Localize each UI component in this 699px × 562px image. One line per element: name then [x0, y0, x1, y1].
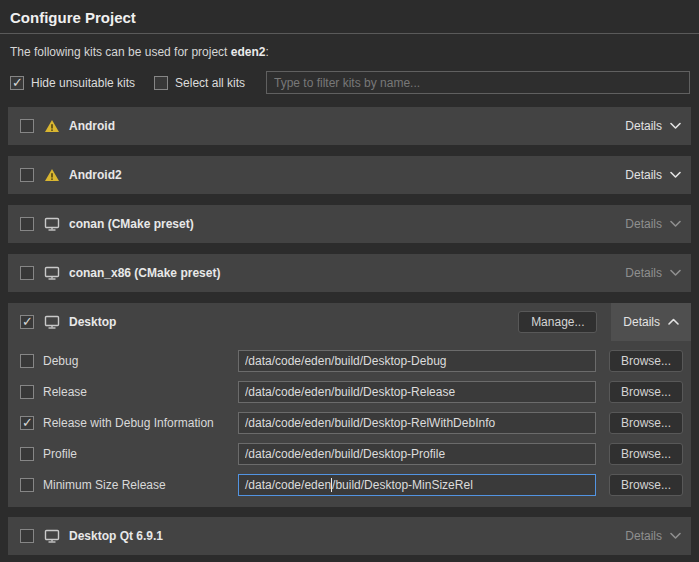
kit-name: Desktop — [69, 315, 116, 329]
build-dir-input-focused[interactable]: /data/code/eden/build/Desktop-MinSizeRel — [238, 474, 596, 496]
intro-suffix: : — [265, 45, 268, 59]
kit-toolbar: Hide unsuitable kits Select all kits — [10, 71, 690, 94]
config-label: Debug — [43, 354, 238, 368]
details-button[interactable]: Details — [611, 303, 691, 341]
kit-list: Android Details Android2 Details conan (… — [8, 107, 691, 555]
config-checkbox[interactable] — [20, 447, 34, 461]
browse-button[interactable]: Browse... — [609, 443, 683, 465]
build-config-row-debug: Debug Browse... — [8, 350, 691, 372]
desktop-icon — [44, 266, 60, 280]
build-config-row-release: Release Browse... — [8, 381, 691, 403]
build-dir-input[interactable] — [238, 350, 596, 372]
browse-button[interactable]: Browse... — [609, 412, 683, 434]
kit-checkbox[interactable] — [20, 217, 34, 231]
kit-checkbox[interactable] — [20, 529, 34, 543]
intro-prefix: The following kits can be used for proje… — [10, 45, 231, 59]
chevron-up-icon — [668, 315, 679, 329]
select-all-kits-option[interactable]: Select all kits — [154, 76, 245, 90]
kit-checkbox[interactable] — [20, 315, 34, 329]
config-label: Release — [43, 385, 238, 399]
hide-unsuitable-label: Hide unsuitable kits — [31, 76, 135, 90]
build-dir-input[interactable] — [238, 443, 596, 465]
kit-checkbox[interactable] — [20, 119, 34, 133]
chevron-down-icon — [670, 171, 681, 179]
warning-icon — [44, 168, 60, 182]
build-config-row-relwithdebinfo: Release with Debug Information Browse... — [8, 412, 691, 434]
chevron-down-icon — [670, 532, 681, 540]
details-label: Details — [625, 168, 662, 182]
kit-panel-desktop: Desktop Manage... Details Debug Browse..… — [8, 303, 691, 507]
hide-unsuitable-kits-option[interactable]: Hide unsuitable kits — [10, 76, 135, 90]
kit-row-conan-x86[interactable]: conan_x86 (CMake preset) Details — [8, 254, 691, 292]
config-checkbox[interactable] — [20, 478, 34, 492]
page-header: Configure Project — [0, 0, 699, 34]
details-label: Details — [623, 315, 660, 329]
kit-checkbox[interactable] — [20, 266, 34, 280]
config-checkbox[interactable] — [20, 354, 34, 368]
kit-name: conan (CMake preset) — [69, 217, 194, 231]
desktop-icon — [44, 529, 60, 543]
details-button[interactable]: Details — [625, 266, 681, 280]
details-label: Details — [625, 529, 662, 543]
chevron-down-icon — [670, 220, 681, 228]
kit-name: conan_x86 (CMake preset) — [69, 266, 220, 280]
browse-button[interactable]: Browse... — [609, 474, 683, 496]
kit-row-android2[interactable]: Android2 Details — [8, 156, 691, 194]
details-label: Details — [625, 119, 662, 133]
chevron-down-icon — [670, 122, 681, 130]
details-button[interactable]: Details — [625, 168, 681, 182]
details-label: Details — [625, 217, 662, 231]
build-dir-input[interactable] — [238, 381, 596, 403]
intro-text: The following kits can be used for proje… — [10, 45, 689, 59]
config-label: Release with Debug Information — [43, 416, 238, 430]
build-config-row-profile: Profile Browse... — [8, 443, 691, 465]
chevron-down-icon — [670, 269, 681, 277]
project-name: eden2 — [231, 45, 266, 59]
config-label: Profile — [43, 447, 238, 461]
kit-row-desktop[interactable]: Desktop Manage... Details — [8, 303, 691, 341]
config-checkbox[interactable] — [20, 385, 34, 399]
details-label: Details — [625, 266, 662, 280]
select-all-label: Select all kits — [175, 76, 245, 90]
kit-name: Desktop Qt 6.9.1 — [69, 529, 163, 543]
path-text-before-caret: /data/code/eden — [245, 478, 331, 492]
warning-icon — [44, 119, 60, 133]
configure-project-page: Configure Project The following kits can… — [0, 0, 699, 562]
kit-name: Android — [69, 119, 115, 133]
kit-filter-input[interactable] — [266, 71, 690, 94]
desktop-icon — [44, 217, 60, 231]
build-config-row-minsizerel: Minimum Size Release /data/code/eden/bui… — [8, 474, 691, 496]
kit-row-conan[interactable]: conan (CMake preset) Details — [8, 205, 691, 243]
kit-row-android[interactable]: Android Details — [8, 107, 691, 145]
kit-checkbox[interactable] — [20, 168, 34, 182]
config-label: Minimum Size Release — [43, 478, 238, 492]
kit-row-desktop-qt-691[interactable]: Desktop Qt 6.9.1 Details — [8, 517, 691, 555]
config-checkbox[interactable] — [20, 416, 34, 430]
browse-button[interactable]: Browse... — [609, 350, 683, 372]
select-all-checkbox[interactable] — [154, 76, 168, 90]
details-button[interactable]: Details — [625, 217, 681, 231]
manage-button[interactable]: Manage... — [518, 311, 597, 333]
path-text-after-caret: /build/Desktop-MinSizeRel — [332, 478, 473, 492]
details-button[interactable]: Details — [625, 119, 681, 133]
details-button[interactable]: Details — [625, 529, 681, 543]
desktop-icon — [44, 315, 60, 329]
kit-name: Android2 — [69, 168, 122, 182]
build-dir-input[interactable] — [238, 412, 596, 434]
hide-unsuitable-checkbox[interactable] — [10, 76, 24, 90]
browse-button[interactable]: Browse... — [609, 381, 683, 403]
page-title: Configure Project — [10, 8, 689, 27]
